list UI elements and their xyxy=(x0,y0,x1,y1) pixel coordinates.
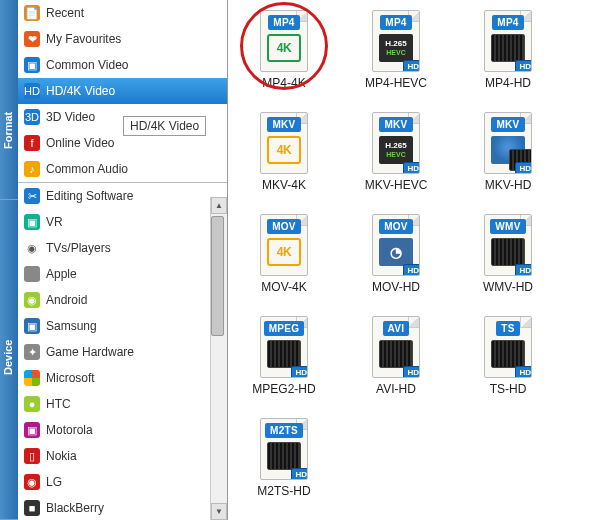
scroll-down-button[interactable]: ▼ xyxy=(211,503,227,520)
sidebar-vr[interactable]: ▣VR xyxy=(18,209,227,235)
film-icon xyxy=(267,442,301,470)
format-mpeg2-hd[interactable]: MPEGHDMPEG2-HD xyxy=(228,312,340,414)
film-icon xyxy=(491,238,525,266)
sidebar-motorola-label: Motorola xyxy=(46,423,93,437)
hd-badge-icon: HD xyxy=(403,60,420,72)
sidebar-game-hardware-icon: ✦ xyxy=(24,344,40,360)
hd-badge-icon: HD xyxy=(515,366,532,378)
hd-badge-icon: HD xyxy=(403,264,420,276)
sidebar-samsung-label: Samsung xyxy=(46,319,97,333)
sidebar-recent-label: Recent xyxy=(46,6,84,20)
hd-badge-icon: HD xyxy=(291,366,308,378)
format-m2ts-hd-badge: M2TS xyxy=(265,423,303,438)
format-mkv-hd[interactable]: MKVHDMKV-HD xyxy=(452,108,564,210)
format-avi-hd-label: AVI-HD xyxy=(376,382,416,396)
tab-format[interactable]: Format xyxy=(0,0,18,200)
hd-badge-icon: HD xyxy=(515,264,532,276)
hd-badge-icon: HD xyxy=(515,60,532,72)
4k-icon: 4K xyxy=(267,238,301,266)
4k-icon: 4K xyxy=(267,34,301,62)
sidebar-hd4k-video-icon: HD xyxy=(24,83,40,99)
format-mov-4k-badge: MOV xyxy=(267,219,301,234)
sidebar-apple-label: Apple xyxy=(46,267,77,281)
scroll-up-button[interactable]: ▲ xyxy=(211,197,227,214)
sidebar-blackberry[interactable]: ■BlackBerry xyxy=(18,495,227,520)
format-ts-hd-label: TS-HD xyxy=(490,382,527,396)
device-scrollbar[interactable]: ▲ ▼ xyxy=(210,197,227,520)
sidebar-nokia[interactable]: ▯Nokia xyxy=(18,443,227,469)
sidebar-lg[interactable]: ◉LG xyxy=(18,469,227,495)
format-mp4-hd[interactable]: MP4HDMP4-HD xyxy=(452,6,564,108)
format-mp4-hd-badge: MP4 xyxy=(492,15,523,30)
sidebar-android-label: Android xyxy=(46,293,87,307)
sidebar-recent-icon: 📄 xyxy=(24,5,40,21)
format-grid: MP44KMP4-4KMP4H.265HEVCHDMP4-HEVCMP4HDMP… xyxy=(228,0,612,520)
sidebar-htc[interactable]: ●HTC xyxy=(18,391,227,417)
film-icon xyxy=(267,340,301,368)
sidebar-editing-software-icon: ✂ xyxy=(24,188,40,204)
sidebar-hd4k-video[interactable]: HDHD/4K Video xyxy=(18,78,227,104)
sidebar-tvs-icon: ◉ xyxy=(24,240,40,256)
sidebar-samsung[interactable]: ▣Samsung xyxy=(18,313,227,339)
sidebar-editing-software[interactable]: ✂Editing Software xyxy=(18,183,227,209)
format-mkv-4k[interactable]: MKV4KMKV-4K xyxy=(228,108,340,210)
format-mov-4k-label: MOV-4K xyxy=(261,280,306,294)
sidebar-lg-label: LG xyxy=(46,475,62,489)
format-avi-hd[interactable]: AVIHDAVI-HD xyxy=(340,312,452,414)
sidebar-apple[interactable]: Apple xyxy=(18,261,227,287)
sidebar-apple-icon xyxy=(24,266,40,282)
sidebar-favourites[interactable]: ❤My Favourites xyxy=(18,26,227,52)
format-mp4-hevc[interactable]: MP4H.265HEVCHDMP4-HEVC xyxy=(340,6,452,108)
format-mov-hd-badge: MOV xyxy=(379,219,413,234)
sidebar-common-video[interactable]: ▣Common Video xyxy=(18,52,227,78)
format-mov-hd[interactable]: MOV◔HDMOV-HD xyxy=(340,210,452,312)
scroll-thumb[interactable] xyxy=(211,216,224,336)
format-mp4-4k-badge: MP4 xyxy=(268,15,299,30)
sidebar-htc-icon: ● xyxy=(24,396,40,412)
sidebar-favourites-icon: ❤ xyxy=(24,31,40,47)
sidebar-online-video-icon: f xyxy=(24,135,40,151)
sidebar-vr-label: VR xyxy=(46,215,63,229)
format-mp4-hevc-badge: MP4 xyxy=(380,15,411,30)
sidebar-tvs[interactable]: ◉TVs/Players xyxy=(18,235,227,261)
format-mov-4k[interactable]: MOV4KMOV-4K xyxy=(228,210,340,312)
format-mp4-hd-label: MP4-HD xyxy=(485,76,531,90)
format-wmv-hd[interactable]: WMVHDWMV-HD xyxy=(452,210,564,312)
format-avi-hd-badge: AVI xyxy=(383,321,410,336)
hd-badge-icon: HD xyxy=(291,468,308,480)
format-mkv-hevc[interactable]: MKVH.265HEVCHDMKV-HEVC xyxy=(340,108,452,210)
format-mp4-4k[interactable]: MP44KMP4-4K xyxy=(228,6,340,108)
quicktime-icon: ◔ xyxy=(379,238,413,266)
sidebar-motorola[interactable]: ▣Motorola xyxy=(18,417,227,443)
format-mp4-hd-thumb: MP4HD xyxy=(480,10,536,72)
film-icon xyxy=(491,34,525,62)
sidebar-blackberry-icon: ■ xyxy=(24,500,40,516)
format-mpeg2-hd-thumb: MPEGHD xyxy=(256,316,312,378)
format-mkv-hevc-badge: MKV xyxy=(379,117,412,132)
format-m2ts-hd[interactable]: M2TSHDM2TS-HD xyxy=(228,414,340,516)
sidebar-android[interactable]: ◉Android xyxy=(18,287,227,313)
sidebar-common-audio-label: Common Audio xyxy=(46,162,128,176)
h265-icon: H.265HEVC xyxy=(379,34,413,62)
sidebar-nokia-icon: ▯ xyxy=(24,448,40,464)
sidebar-common-audio-icon: ♪ xyxy=(24,161,40,177)
format-mp4-hevc-label: MP4-HEVC xyxy=(365,76,427,90)
sidebar-microsoft-icon xyxy=(24,370,40,386)
format-mp4-4k-label: MP4-4K xyxy=(262,76,305,90)
format-wmv-hd-badge: WMV xyxy=(490,219,525,234)
format-mkv-4k-label: MKV-4K xyxy=(262,178,306,192)
sidebar-3d-video-icon: 3D xyxy=(24,109,40,125)
sidebar-game-hardware[interactable]: ✦Game Hardware xyxy=(18,339,227,365)
sidebar-microsoft-label: Microsoft xyxy=(46,371,95,385)
tab-device[interactable]: Device xyxy=(0,200,18,520)
sidebar-recent[interactable]: 📄Recent xyxy=(18,0,227,26)
sidebar-microsoft[interactable]: Microsoft xyxy=(18,365,227,391)
sidebar-common-audio[interactable]: ♪Common Audio xyxy=(18,156,227,182)
format-ts-hd[interactable]: TSHDTS-HD xyxy=(452,312,564,414)
sidebar-favourites-label: My Favourites xyxy=(46,32,121,46)
sidebar: Format Device 📄Recent❤My Favourites▣Comm… xyxy=(0,0,228,520)
format-mkv-4k-badge: MKV xyxy=(267,117,300,132)
sidebar-editing-software-label: Editing Software xyxy=(46,189,133,203)
format-mov-4k-thumb: MOV4K xyxy=(256,214,312,276)
sidebar-list: 📄Recent❤My Favourites▣Common VideoHDHD/4… xyxy=(18,0,227,520)
